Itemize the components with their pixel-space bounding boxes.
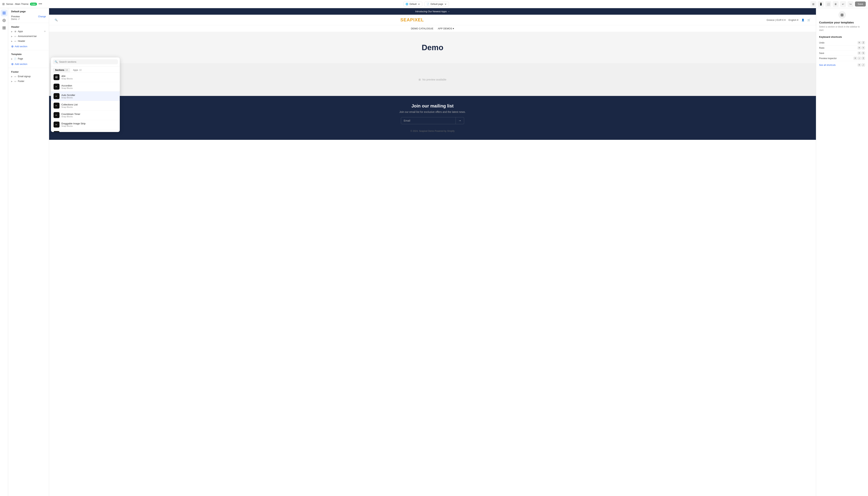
tree-item-email-label: Email signup	[18, 75, 31, 78]
main-layout: Default page Preview Change Demo ↗ Heade…	[0, 8, 868, 496]
apps-sidebar-icon-button[interactable]	[1, 25, 7, 31]
save-button[interactable]: Save	[855, 1, 866, 6]
tree-item-apps[interactable]: ▶ ⊞ Apps 👁	[8, 29, 49, 34]
no-preview-area: ⊞ No preview available	[49, 63, 816, 96]
nav-region[interactable]: Greece | EUR € ▾	[767, 19, 786, 21]
globe-icon: 🌐	[405, 3, 408, 5]
item-text-accordion: Accordion Snap Blocks	[61, 84, 73, 89]
item-text-collections: Collections List Snap Blocks	[61, 103, 78, 108]
site-announcement-bar: Introducing Our Newest Apps →	[49, 8, 816, 15]
tree-item-header[interactable]: ▶ ▭ Header	[8, 39, 49, 44]
item-text-draggable: Draggable Image Strip Snap Blocks	[61, 122, 86, 127]
settings-icon-button[interactable]	[1, 17, 7, 24]
topbar-center: 🌐 Default 📄 Default page	[403, 2, 449, 6]
chevron-icon: ▶	[11, 35, 13, 37]
tree-item-announcement-label: Announcement bar	[18, 35, 37, 37]
chevron-icon: ▶	[11, 58, 13, 60]
tree-item-footer[interactable]: ▶ ▭ Footer	[8, 79, 49, 84]
svg-text:AK: AK	[56, 77, 57, 78]
redo-button[interactable]: ↪	[848, 1, 853, 7]
preview-section: Preview Change Demo ↗	[8, 14, 49, 22]
shortcut-keys-save: ⌘ S	[857, 51, 865, 55]
tab-sections[interactable]: Sections 18	[53, 68, 70, 72]
add-section-template-button[interactable]: ⊕ Add section	[8, 61, 49, 67]
search-icon: 🔍	[55, 60, 58, 63]
topbar-right: ⊞ 📱 ⬜ 🖥 ↩ ↪ Save	[810, 1, 866, 7]
list-item[interactable]: AK Countdown Timer Snap Blocks	[51, 110, 120, 120]
shortcut-save: Save ⌘ S	[819, 50, 865, 56]
header-section-label: Header	[8, 24, 49, 29]
no-preview-text: No preview available	[422, 78, 446, 81]
list-item[interactable]: AK Accordion Snap Blocks	[51, 82, 120, 91]
tree-item-footer-label: Footer	[18, 80, 25, 82]
search-sections-input[interactable]	[59, 60, 116, 63]
nav-search-icon[interactable]: 🔍	[55, 19, 58, 21]
tree-item-announcement-bar[interactable]: ▶ ▭ Announcement bar	[8, 34, 49, 39]
apps-tree-icon: ⊞	[14, 30, 17, 33]
svg-text:AK: AK	[56, 86, 57, 87]
item-icon-countdown: AK	[53, 112, 60, 118]
desktop-icon-button[interactable]: 🖥	[833, 1, 839, 7]
nav-language[interactable]: English ▾	[789, 19, 799, 21]
shortcut-keys-all: ⌘ /	[857, 63, 865, 66]
external-link-icon: ↗	[18, 18, 20, 20]
page-tree-icon: 📄	[14, 57, 17, 60]
shortcut-keys-undo: ⌘ Z	[857, 41, 865, 44]
icon-sidebar	[0, 8, 8, 496]
site-footer: Join our mailing list Join our email lis…	[49, 96, 816, 140]
svg-text:AK: AK	[56, 96, 57, 97]
list-item[interactable]: AK Collections List Snap Blocks	[51, 101, 120, 110]
footer-sub: Join our email list for exclusive offers…	[55, 110, 810, 113]
announcement-link[interactable]: Introducing Our Newest Apps →	[415, 10, 450, 13]
header-tree-icon: ▭	[14, 40, 17, 43]
preview-demo-link[interactable]: Demo ↗	[11, 18, 46, 20]
right-panel-subtitle: Select a section or block in the sidebar…	[819, 25, 865, 32]
more-options-button[interactable]: •••	[38, 2, 42, 6]
theme-name: Sense - Main Theme	[6, 3, 29, 5]
undo-button[interactable]: ↩	[840, 1, 846, 7]
nav-cart-icon[interactable]: 🛒	[807, 19, 810, 21]
preview-area: 🔍 Sections 18 Apps 10 AK	[49, 8, 816, 496]
chevron-down-icon	[418, 3, 420, 5]
customizer-icon-area: ⊞	[819, 11, 865, 19]
nav-link-app-demos[interactable]: APP DEMOS ▾	[438, 27, 454, 30]
tab-apps[interactable]: Apps 10	[71, 68, 84, 72]
sections-icon-button[interactable]	[1, 10, 7, 16]
tree-item-email-signup[interactable]: ▶ ▭ Email signup	[8, 74, 49, 79]
add-section-popup: 🔍 Sections 18 Apps 10 AK	[51, 58, 120, 132]
email-input[interactable]	[401, 117, 456, 124]
shortcut-redo: Redo ⌘ Y	[819, 45, 865, 50]
chevron-icon: ▶	[11, 80, 13, 82]
eye-icon: 👁	[44, 30, 46, 33]
list-item-auto-scroller[interactable]: AK Auto Scroller Snap Blocks	[51, 91, 120, 101]
item-text-404: 404 Snap Blocks	[61, 75, 73, 80]
add-section-template-label: Add section	[15, 63, 27, 65]
list-item[interactable]: AK Draggable Image Strip Snap Blocks	[51, 120, 120, 129]
nav-link-demo-catalogue[interactable]: DEMO CATALOGUE	[411, 27, 433, 30]
shortcut-preview-inspector: Preview inspector ⌘ ⇧ I	[819, 56, 865, 61]
default-left-dropdown[interactable]: 🌐 Default	[403, 2, 422, 6]
see-all-shortcuts-link[interactable]: See all shortcuts ⌘ /	[819, 62, 865, 67]
list-item[interactable]: AK 404 Snap Blocks	[51, 73, 120, 82]
item-icon-collections: AK	[53, 103, 60, 109]
preview-change-button[interactable]: Change	[38, 15, 46, 18]
email-submit-button[interactable]: →	[456, 117, 464, 124]
list-item[interactable]: AK Image Compare Snap Blocks	[51, 129, 120, 132]
svg-text:AK: AK	[56, 124, 57, 125]
tree-item-page[interactable]: ▶ 📄 Page	[8, 56, 49, 61]
page-icon: 📄	[427, 3, 429, 5]
mobile-icon-button[interactable]: 📱	[818, 1, 824, 7]
email-tree-icon: ▭	[14, 75, 17, 78]
nav-account-icon[interactable]: 👤	[802, 19, 804, 21]
tablet-icon-button[interactable]: ⬜	[825, 1, 831, 7]
live-badge: Live	[30, 3, 37, 5]
left-panel: Default page Preview Change Demo ↗ Heade…	[8, 8, 49, 496]
customizer-icon: ⊞	[838, 11, 846, 19]
page-title: Default page	[8, 8, 49, 14]
svg-rect-7	[3, 28, 4, 29]
apps-icon-button[interactable]: ⊞	[810, 1, 816, 7]
shortcut-keys-inspector: ⌘ ⇧ I	[853, 57, 865, 60]
default-page-dropdown[interactable]: 📄 Default page	[424, 2, 449, 6]
add-section-header-button[interactable]: ⊕ Add section	[8, 44, 49, 49]
svg-text:AK: AK	[56, 114, 57, 116]
